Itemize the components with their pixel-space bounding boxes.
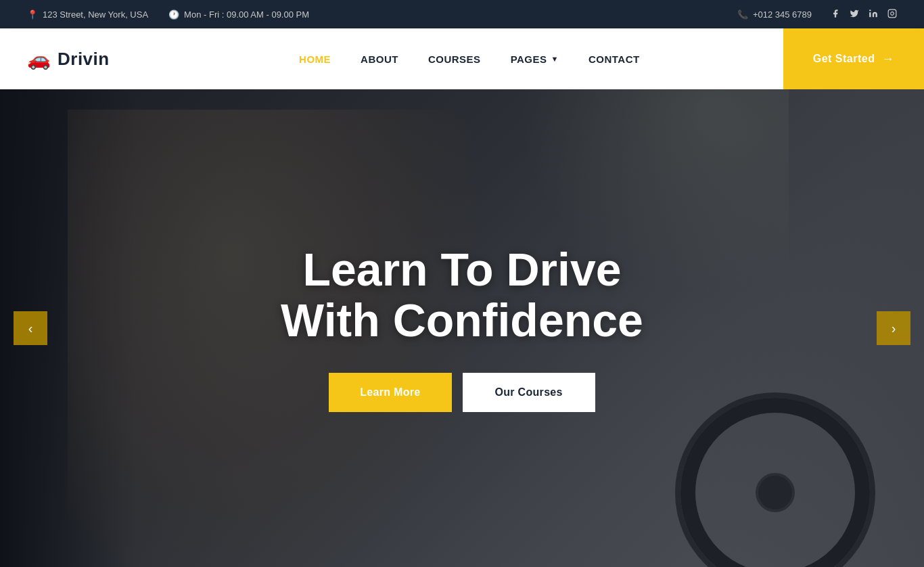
chevron-right-icon: › [892, 321, 896, 336]
chevron-left-icon: ‹ [28, 321, 33, 336]
nav-contact[interactable]: CONTACT [574, 28, 655, 89]
navbar: 🚗 Drivin HOME ABOUT COURSES PAGES ▼ CONT… [0, 28, 924, 89]
brand-logo[interactable]: 🚗 Drivin [0, 28, 156, 89]
twitter-icon[interactable] [850, 9, 859, 20]
hero-title-line1: Learn To Drive [302, 244, 621, 295]
nav-home[interactable]: HOME [284, 28, 346, 89]
instagram-icon[interactable] [887, 9, 897, 20]
linkedin-icon[interactable] [869, 9, 878, 20]
hours-text: Mon - Fri : 09.00 AM - 09.00 PM [184, 9, 309, 20]
top-bar-left: 📍 123 Street, New York, USA 🕐 Mon - Fri … [27, 9, 309, 20]
social-icons [831, 9, 897, 20]
brand-name: Drivin [57, 49, 110, 70]
get-started-arrow-icon: → [882, 52, 895, 66]
top-bar: 📍 123 Street, New York, USA 🕐 Mon - Fri … [0, 0, 924, 28]
hero-title: Learn To Drive With Confidence [281, 244, 643, 346]
phone-icon: 📞 [737, 9, 748, 20]
address-text: 123 Street, New York, USA [43, 9, 148, 20]
get-started-label: Get Started [813, 53, 875, 65]
facebook-icon[interactable] [831, 9, 840, 20]
svg-point-0 [869, 9, 871, 11]
clock-icon: 🕐 [168, 9, 179, 20]
hero-buttons: Learn More Our Courses [281, 373, 643, 412]
address-item: 📍 123 Street, New York, USA [27, 9, 148, 20]
hero-content: Learn To Drive With Confidence Learn Mor… [267, 244, 657, 412]
hours-item: 🕐 Mon - Fri : 09.00 AM - 09.00 PM [168, 9, 309, 20]
location-icon: 📍 [27, 9, 38, 20]
svg-rect-1 [888, 9, 896, 18]
carousel-next-button[interactable]: › [877, 311, 910, 345]
pages-dropdown-arrow: ▼ [551, 55, 559, 63]
car-icon: 🚗 [27, 48, 51, 70]
nav-about[interactable]: ABOUT [346, 28, 413, 89]
get-started-button[interactable]: Get Started → [783, 28, 924, 89]
nav-pages[interactable]: PAGES ▼ [496, 28, 574, 89]
top-bar-right: 📞 +012 345 6789 [737, 9, 897, 20]
carousel-prev-button[interactable]: ‹ [14, 311, 47, 345]
our-courses-button[interactable]: Our Courses [463, 373, 595, 412]
hero-section: ‹ Learn To Drive With Confidence Learn M… [0, 89, 924, 567]
phone-number: +012 345 6789 [753, 9, 812, 20]
nav-courses[interactable]: COURSES [413, 28, 496, 89]
learn-more-button[interactable]: Learn More [329, 373, 451, 412]
phone-item: 📞 +012 345 6789 [737, 9, 812, 20]
hero-title-line2: With Confidence [281, 294, 643, 346]
navbar-links: HOME ABOUT COURSES PAGES ▼ CONTACT [156, 28, 783, 89]
